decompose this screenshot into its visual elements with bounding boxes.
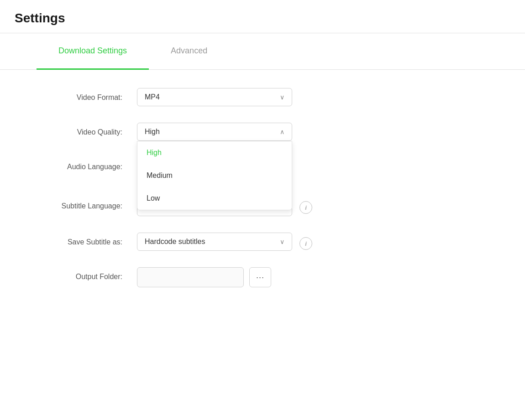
- save-subtitle-info-icon[interactable]: i: [299, 237, 312, 250]
- chevron-down-icon-subtitle-save: ∨: [280, 238, 284, 245]
- output-folder-row: Output Folder: ···: [37, 267, 488, 287]
- tab-advanced[interactable]: Advanced: [149, 33, 229, 70]
- quality-option-medium[interactable]: Medium: [137, 164, 292, 187]
- quality-option-high[interactable]: High: [137, 141, 292, 164]
- output-folder-browse-button[interactable]: ···: [249, 267, 271, 287]
- dots-icon: ···: [256, 273, 264, 282]
- save-subtitle-row: Save Subtitle as: Hardcode subtitles ∨ i: [37, 233, 488, 251]
- content-area: Video Format: MP4 ∨ Video Quality: High …: [0, 70, 525, 322]
- output-folder-control-group: ···: [137, 267, 271, 287]
- page-title: Settings: [15, 11, 510, 26]
- chevron-up-icon: ∧: [280, 128, 284, 135]
- video-quality-control: High ∧ High Medium Low: [137, 123, 320, 141]
- quality-option-low[interactable]: Low: [137, 187, 292, 210]
- video-quality-value: High: [145, 128, 160, 136]
- save-subtitle-label: Save Subtitle as:: [37, 233, 137, 246]
- video-format-dropdown[interactable]: MP4 ∨: [137, 88, 292, 106]
- output-folder-label: Output Folder:: [37, 267, 137, 281]
- subtitle-language-info-icon[interactable]: i: [299, 201, 312, 214]
- video-quality-dropdown[interactable]: High ∧: [137, 123, 292, 141]
- video-format-label: Video Format:: [37, 88, 137, 102]
- subtitle-language-label: Subtitle Language:: [37, 197, 137, 210]
- chevron-down-icon: ∨: [280, 93, 284, 101]
- save-subtitle-control-group: Hardcode subtitles ∨ i: [137, 233, 312, 251]
- video-quality-menu: High Medium Low: [137, 141, 292, 210]
- video-format-control: MP4 ∨: [137, 88, 320, 106]
- output-folder-input[interactable]: [137, 267, 244, 287]
- tab-download-settings[interactable]: Download Settings: [37, 33, 149, 70]
- save-subtitle-value: Hardcode subtitles: [145, 238, 205, 246]
- tabs-container: Download Settings Advanced: [0, 33, 525, 70]
- audio-language-label: Audio Language:: [37, 157, 137, 171]
- save-subtitle-control: Hardcode subtitles ∨: [137, 233, 292, 251]
- video-quality-row: Video Quality: High ∧ High Medium Low: [37, 123, 488, 141]
- page-header: Settings: [0, 0, 525, 33]
- save-subtitle-dropdown[interactable]: Hardcode subtitles ∨: [137, 233, 292, 251]
- video-format-value: MP4: [145, 93, 160, 101]
- video-format-row: Video Format: MP4 ∨: [37, 88, 488, 106]
- video-quality-label: Video Quality:: [37, 123, 137, 136]
